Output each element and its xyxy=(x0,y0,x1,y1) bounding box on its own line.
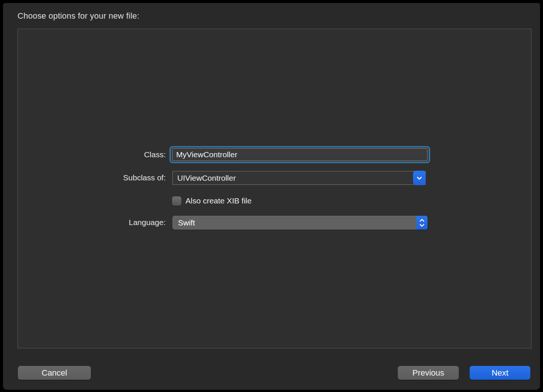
chevron-down-icon xyxy=(416,175,423,181)
language-popup-stepper-button[interactable] xyxy=(416,216,428,230)
subclass-combo-field[interactable]: UIViewController xyxy=(172,171,426,185)
language-popup[interactable]: Swift xyxy=(172,216,428,230)
next-button[interactable]: Next xyxy=(470,366,530,380)
subclass-combo-dropdown-button[interactable] xyxy=(413,171,426,185)
subclass-of-label: Subclass of: xyxy=(77,173,166,183)
new-file-options-sheet: Choose options for your new file: Class:… xyxy=(3,3,540,390)
cancel-button[interactable]: Cancel xyxy=(18,366,91,380)
language-label: Language: xyxy=(77,218,166,227)
sheet-title: Choose options for your new file: xyxy=(18,11,139,21)
previous-button[interactable]: Previous xyxy=(398,366,459,380)
options-panel xyxy=(18,29,531,348)
class-input[interactable] xyxy=(172,148,428,161)
also-create-xib-label: Also create XIB file xyxy=(185,196,251,206)
chevron-up-down-icon xyxy=(419,218,425,228)
class-field-focus-ring xyxy=(169,146,430,163)
screenshot-canvas: Choose options for your new file: Class:… xyxy=(0,0,543,392)
class-label: Class: xyxy=(77,150,166,159)
also-create-xib-checkbox[interactable] xyxy=(172,196,181,206)
